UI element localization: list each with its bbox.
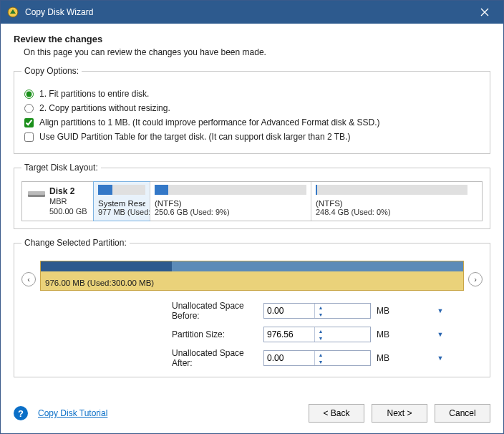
help-icon[interactable]: ? xyxy=(14,406,28,420)
unit-dropdown-before[interactable]: ▼ xyxy=(435,306,445,316)
copy-options-legend: Copy Options: xyxy=(21,66,82,76)
spin-up-icon[interactable]: ▲ xyxy=(315,351,326,358)
slider-free-region xyxy=(172,261,463,271)
page-title: Review the changes xyxy=(14,34,490,44)
chevron-right-icon: › xyxy=(474,275,477,284)
unit-size: MB xyxy=(371,329,435,339)
spinner-buttons: ▲ ▼ xyxy=(314,351,326,365)
disk-info: Disk 2 MBR 500.00 GB xyxy=(49,186,87,216)
close-button[interactable] xyxy=(472,1,498,24)
partition-slider[interactable]: 976.00 MB (Used:300.00 MB) xyxy=(40,261,464,291)
partition-bar-fill xyxy=(155,185,168,195)
input-partition-size[interactable]: ▲ ▼ xyxy=(263,327,371,342)
cancel-button[interactable]: Cancel xyxy=(435,404,490,423)
option-fit-label: 1. Fit partitions to entire disk. xyxy=(39,89,149,99)
partition-bar xyxy=(155,185,306,195)
unit-dropdown-size[interactable]: ▼ xyxy=(435,329,445,339)
window-title: Copy Disk Wizard xyxy=(25,7,472,17)
app-icon xyxy=(6,6,19,19)
wizard-footer: ? Copy Disk Tutorial < Back Next > Cance… xyxy=(1,399,503,433)
input-space-before[interactable]: ▲ ▼ xyxy=(263,303,371,319)
space-after-field[interactable] xyxy=(264,351,314,365)
chevron-down-icon: ▼ xyxy=(437,307,444,314)
copy-options-group: Copy Options: 1. Fit partitions to entir… xyxy=(14,66,490,154)
size-grid: Unallocated Space Before: ▲ ▼ MB ▼ Parti… xyxy=(21,301,483,368)
spinner-buttons: ▲ ▼ xyxy=(314,304,326,318)
close-icon xyxy=(480,8,489,16)
partition-name: System Reser xyxy=(98,199,145,208)
change-partition-legend: Change Selected Partition: xyxy=(21,238,130,248)
partition-name: (NTFS) xyxy=(316,199,467,208)
partition-size-field[interactable] xyxy=(264,327,314,342)
disk-icon xyxy=(28,189,45,199)
target-layout-group: Target Disk Layout: Disk 2 MBR 500.00 GB… xyxy=(14,163,490,229)
spin-down-icon[interactable]: ▼ xyxy=(315,358,326,365)
change-partition-group: Change Selected Partition: ‹ 976.00 MB (… xyxy=(14,238,490,377)
slider-label: 976.00 MB (Used:300.00 MB) xyxy=(45,279,154,287)
partition-size: 248.4 GB (Used: 0%) xyxy=(316,208,467,216)
radio-fit[interactable] xyxy=(24,90,34,99)
partition-bar-fill xyxy=(316,185,317,195)
partition-bar xyxy=(98,185,145,195)
option-align-1mb[interactable]: Align partitions to 1 MB. (It could impr… xyxy=(21,117,483,127)
next-button[interactable]: Next > xyxy=(372,404,427,423)
unit-dropdown-after[interactable]: ▼ xyxy=(435,353,445,363)
disk-summary: Disk 2 MBR 500.00 GB xyxy=(22,182,94,221)
partition-slider-wrap: ‹ 976.00 MB (Used:300.00 MB) › xyxy=(21,261,483,291)
page-subtitle: On this page you can review the changes … xyxy=(24,47,490,57)
partition-name: (NTFS) xyxy=(155,199,306,208)
label-partition-size: Partition Size: xyxy=(21,329,263,339)
disk-name: Disk 2 xyxy=(49,186,87,196)
partition-size: 250.6 GB (Used: 9%) xyxy=(155,208,306,216)
option-guid-table[interactable]: Use GUID Partition Table for the target … xyxy=(21,132,483,142)
spinner-buttons: ▲ ▼ xyxy=(314,327,326,342)
partition-1[interactable]: (NTFS)250.6 GB (Used: 9%) xyxy=(150,182,311,221)
label-space-before: Unallocated Space Before: xyxy=(21,301,263,321)
wizard-window: Copy Disk Wizard Review the changes On t… xyxy=(0,0,504,434)
unit-before: MB xyxy=(371,306,435,316)
option-noresize-label: 2. Copy partitions without resizing. xyxy=(39,103,170,113)
checkbox-align[interactable] xyxy=(24,118,34,127)
slider-next-button[interactable]: › xyxy=(468,272,483,286)
partition-2[interactable]: (NTFS)248.4 GB (Used: 0%) xyxy=(311,182,472,221)
spin-up-icon[interactable]: ▲ xyxy=(315,327,326,334)
chevron-left-icon: ‹ xyxy=(27,275,30,284)
spin-down-icon[interactable]: ▼ xyxy=(315,311,326,318)
checkbox-guid[interactable] xyxy=(24,132,34,142)
label-space-after: Unallocated Space After: xyxy=(21,348,263,368)
spin-up-icon[interactable]: ▲ xyxy=(315,304,326,311)
back-button[interactable]: < Back xyxy=(309,404,364,423)
radio-noresize[interactable] xyxy=(24,104,34,113)
space-before-field[interactable] xyxy=(264,304,314,318)
target-layout-legend: Target Disk Layout: xyxy=(21,163,101,173)
slider-used-region xyxy=(41,261,172,271)
disk-size: 500.00 GB xyxy=(49,206,87,216)
disk-layout-strip: Disk 2 MBR 500.00 GB System Reser977 MB … xyxy=(21,181,483,221)
option-fit-partitions[interactable]: 1. Fit partitions to entire disk. xyxy=(21,89,483,99)
partition-0[interactable]: System Reser977 MB (Used: xyxy=(93,181,150,221)
svg-rect-2 xyxy=(28,191,45,195)
slider-prev-button[interactable]: ‹ xyxy=(21,272,36,286)
partition-bar xyxy=(316,185,467,195)
wizard-body: Review the changes On this page you can … xyxy=(1,24,503,399)
spin-down-icon[interactable]: ▼ xyxy=(315,334,326,342)
option-guid-label: Use GUID Partition Table for the target … xyxy=(39,132,350,142)
tutorial-link[interactable]: Copy Disk Tutorial xyxy=(38,408,107,418)
chevron-down-icon: ▼ xyxy=(437,355,444,362)
disk-type: MBR xyxy=(49,196,87,206)
chevron-down-icon: ▼ xyxy=(437,331,444,338)
option-align-label: Align partitions to 1 MB. (It could impr… xyxy=(39,117,380,127)
titlebar: Copy Disk Wizard xyxy=(1,1,503,24)
option-copy-noresize[interactable]: 2. Copy partitions without resizing. xyxy=(21,103,483,113)
unit-after: MB xyxy=(371,353,435,363)
partition-bar-fill xyxy=(98,185,112,195)
input-space-after[interactable]: ▲ ▼ xyxy=(263,350,371,366)
partition-size: 977 MB (Used: xyxy=(98,208,145,216)
